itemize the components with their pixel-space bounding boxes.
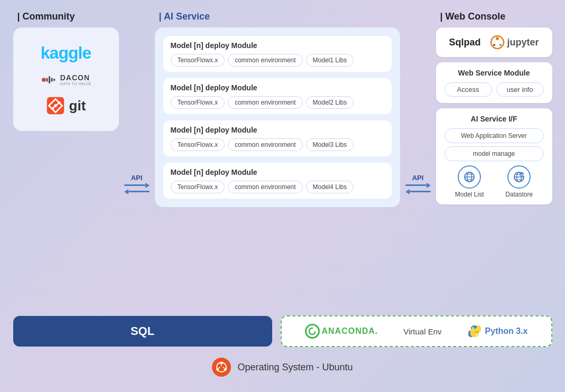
deploy-module-3: Model [n] deploy Module TensorFlowx.x co… bbox=[163, 120, 392, 156]
git-logo: git bbox=[46, 96, 86, 115]
env-box: ANACONDA. Virtual Env Python 3.x bbox=[281, 315, 552, 347]
svg-point-30 bbox=[220, 362, 223, 365]
svg-point-13 bbox=[499, 44, 502, 46]
ai-service-box: Model [n] deploy Module TensorFlowx.x co… bbox=[155, 27, 400, 207]
python-icon bbox=[467, 324, 482, 339]
python-logo: Python 3.x bbox=[467, 324, 528, 339]
anaconda-logo: ANACONDA. bbox=[305, 324, 378, 339]
anaconda-snake-icon bbox=[308, 327, 317, 335]
module-3-tags: TensorFlowx.x common environment Model3 … bbox=[171, 138, 384, 151]
access-badge: Access bbox=[444, 82, 492, 97]
web-application-server-badge: Web Application Server bbox=[444, 128, 544, 143]
tag-model3-libs: Model3 Libs bbox=[306, 138, 354, 151]
svg-rect-3 bbox=[51, 78, 52, 82]
tag-common-2: common environment bbox=[228, 96, 302, 109]
git-text: git bbox=[69, 98, 86, 114]
git-icon bbox=[46, 96, 65, 115]
os-text: Operating System - Ubuntu bbox=[237, 362, 353, 373]
model-list-icon bbox=[458, 165, 481, 189]
ai-service-title: AI Service bbox=[155, 11, 400, 22]
community-box: kaggle DACON DATA TO VALUE bbox=[13, 27, 119, 131]
datastore-label: Datastore bbox=[505, 191, 533, 198]
model-list-label: Model List bbox=[455, 191, 484, 198]
tools-card: Sqlpad jupyter bbox=[436, 27, 552, 57]
deploy-module-1: Model [n] deploy Module TensorFlowx.x co… bbox=[163, 36, 392, 72]
community-title: Community bbox=[13, 11, 119, 22]
deploy-module-2: Model [n] deploy Module TensorFlowx.x co… bbox=[163, 78, 392, 114]
module-3-title: Model [n] deploy Module bbox=[171, 126, 384, 134]
dacon-logo: DACON DATA TO VALUE bbox=[40, 73, 92, 86]
svg-point-31 bbox=[224, 368, 227, 371]
virtual-env-text: Virtual Env bbox=[403, 327, 441, 336]
main-container: Community kaggle DACON DATA TO VALUE bbox=[13, 11, 552, 381]
tag-tensorflow-1: TensorFlowx.x bbox=[171, 54, 225, 67]
datastore-globe-icon: DB bbox=[513, 171, 525, 183]
api-label-right: API bbox=[412, 174, 424, 182]
api-label-left: API bbox=[131, 174, 143, 182]
tag-tensorflow-4: TensorFlowx.x bbox=[171, 181, 225, 193]
web-console-title: Web Console bbox=[436, 11, 552, 22]
module-1-tags: TensorFlowx.x common environment Model1 … bbox=[171, 54, 384, 67]
svg-point-0 bbox=[42, 78, 46, 82]
web-service-module-card: Web Service Module Access user info bbox=[436, 62, 552, 103]
anaconda-text: ANACONDA. bbox=[322, 326, 378, 336]
sqlpad-label: Sqlpad bbox=[449, 37, 480, 48]
module-4-tags: TensorFlowx.x common environment Model4 … bbox=[171, 181, 384, 193]
ai-service-panel: AI Service Model [n] deploy Module Tenso… bbox=[155, 11, 400, 207]
jupyter-label: jupyter bbox=[507, 37, 539, 48]
ai-service-if-title: AI Service I/F bbox=[444, 115, 544, 123]
dacon-text-group: DACON DATA TO VALUE bbox=[60, 73, 92, 86]
svg-text:DB: DB bbox=[521, 173, 525, 176]
api-arrow-left: API bbox=[119, 11, 155, 309]
module-2-title: Model [n] deploy Module bbox=[171, 83, 384, 92]
globe-icon bbox=[463, 171, 476, 183]
access-row: Access user info bbox=[444, 82, 544, 97]
kaggle-logo: kaggle bbox=[41, 43, 91, 63]
tag-common-3: common environment bbox=[228, 138, 302, 151]
svg-rect-4 bbox=[53, 78, 55, 81]
model-list-item: Model List bbox=[455, 165, 484, 198]
anaconda-icon bbox=[305, 324, 320, 339]
bottom-section: SQL ANACONDA. Virtual Env bbox=[13, 315, 552, 347]
api-arrow-right: API bbox=[400, 11, 436, 309]
tag-model4-libs: Model4 Libs bbox=[306, 181, 354, 193]
jupyter-logo: jupyter bbox=[490, 35, 539, 50]
dacon-name: DACON bbox=[60, 73, 92, 82]
tag-common-4: common environment bbox=[228, 181, 302, 193]
icons-row: Model List bbox=[444, 165, 544, 198]
web-console-panel: Web Console Sqlpad jupyter bbox=[436, 11, 552, 204]
tag-tensorflow-3: TensorFlowx.x bbox=[171, 138, 225, 151]
tag-tensorflow-2: TensorFlowx.x bbox=[171, 96, 225, 109]
jupyter-icon bbox=[490, 35, 505, 50]
datastore-item: DB Datastore bbox=[505, 165, 533, 198]
community-panel: Community kaggle DACON DATA TO VALUE bbox=[13, 11, 119, 131]
deploy-module-4: Model [n] deploy Module TensorFlowx.x co… bbox=[163, 163, 392, 199]
svg-rect-1 bbox=[46, 78, 48, 82]
module-2-tags: TensorFlowx.x common environment Model2 … bbox=[171, 96, 384, 109]
ubuntu-icon bbox=[212, 358, 231, 377]
ai-service-if-card: AI Service I/F Web Application Server mo… bbox=[436, 108, 552, 204]
svg-point-32 bbox=[216, 368, 219, 371]
svg-point-27 bbox=[472, 327, 474, 329]
user-info-badge: user info bbox=[496, 82, 544, 97]
web-service-module-title: Web Service Module bbox=[444, 69, 544, 77]
svg-line-34 bbox=[223, 367, 225, 368]
double-arrow-right bbox=[405, 183, 431, 194]
web-console-box: Sqlpad jupyter Web Service Module bbox=[436, 27, 552, 204]
tag-model2-libs: Model2 Libs bbox=[306, 96, 354, 109]
sql-button[interactable]: SQL bbox=[13, 316, 272, 347]
os-section: Operating System - Ubuntu bbox=[13, 353, 552, 381]
ubuntu-logo-icon bbox=[216, 361, 227, 373]
tag-common-1: common environment bbox=[228, 54, 302, 67]
module-1-title: Model [n] deploy Module bbox=[171, 41, 384, 50]
dacon-sub: DATA TO VALUE bbox=[60, 82, 92, 86]
svg-point-28 bbox=[475, 334, 477, 335]
model-manage-badge: model manage bbox=[444, 146, 544, 161]
svg-rect-2 bbox=[49, 76, 50, 83]
svg-point-12 bbox=[496, 37, 499, 40]
python-text: Python 3.x bbox=[485, 326, 528, 336]
double-arrow-left bbox=[124, 183, 150, 194]
datastore-icon: DB bbox=[507, 165, 531, 189]
dacon-icon bbox=[40, 74, 57, 85]
svg-point-14 bbox=[493, 44, 495, 46]
